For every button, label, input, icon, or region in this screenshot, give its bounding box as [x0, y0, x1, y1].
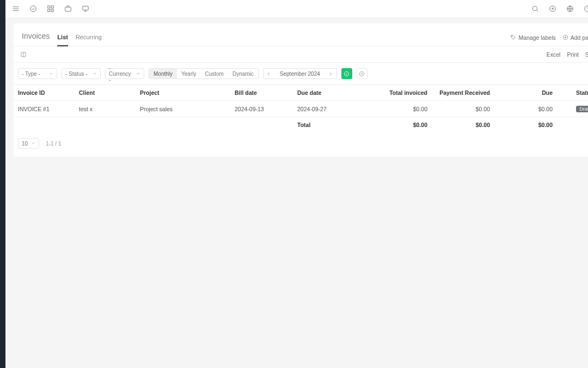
sub-toolbar: Excel Print S: [14, 46, 588, 63]
card-header-right: Manage labels Add pa: [509, 32, 588, 43]
briefcase-icon[interactable]: [64, 5, 72, 13]
globe-icon[interactable]: [566, 5, 574, 13]
col-project[interactable]: Project: [136, 85, 230, 101]
status-select[interactable]: - Status -: [62, 68, 101, 79]
check-circle-icon[interactable]: [29, 5, 37, 13]
sub-toolbar-right: Excel Print S: [547, 51, 588, 58]
page-size-label: 10: [22, 141, 28, 147]
chevron-down-icon: [136, 71, 140, 77]
svg-rect-7: [51, 9, 53, 11]
period-monthly[interactable]: Monthly: [149, 69, 177, 79]
sidebar: [0, 0, 5, 368]
refresh-button[interactable]: [341, 68, 352, 79]
svg-point-26: [345, 71, 349, 76]
period-segment: Monthly Yearly Custom Dynamic: [149, 68, 259, 79]
page-size-select[interactable]: 10: [18, 138, 39, 149]
filters-row: - Type - - Status - - Currency - Monthly…: [14, 63, 588, 85]
cell-total-invoiced: $0.00: [358, 101, 432, 117]
menu-icon[interactable]: [12, 5, 20, 13]
chevron-down-icon: [49, 71, 53, 77]
table-header-row: Invoice ID Client Project Bill date Due …: [14, 85, 588, 101]
check-circle-white-icon: [344, 71, 350, 77]
cell-due: $0.00: [494, 101, 557, 117]
col-due[interactable]: Due: [494, 85, 557, 101]
sub-toolbar-left: [20, 51, 27, 58]
search-icon[interactable]: [531, 5, 539, 13]
col-bill-date[interactable]: Bill date: [230, 85, 293, 101]
chevron-left-icon: [266, 71, 271, 76]
type-select-label: - Type -: [22, 71, 40, 77]
svg-rect-4: [48, 6, 50, 8]
content: Invoices List Recurring Manage labels: [5, 18, 588, 368]
col-invoice-id[interactable]: Invoice ID: [14, 85, 75, 101]
col-due-date[interactable]: Due date: [293, 85, 358, 101]
add-payment-button[interactable]: Add pa: [561, 32, 588, 43]
col-client[interactable]: Client: [75, 85, 136, 101]
col-status[interactable]: Status: [557, 85, 588, 101]
col-total-invoiced[interactable]: Total invoiced: [358, 85, 432, 101]
print-button[interactable]: Print: [567, 51, 579, 58]
invoices-card: Invoices List Recurring Manage labels: [14, 23, 588, 156]
svg-rect-8: [65, 7, 71, 11]
cell-client: test x: [75, 101, 136, 117]
total-total-invoiced: $0.00: [358, 117, 432, 133]
manage-labels-button[interactable]: Manage labels: [509, 32, 556, 43]
tab-list[interactable]: List: [57, 34, 68, 46]
total-due: $0.00: [494, 117, 557, 133]
grid-icon[interactable]: [47, 5, 54, 13]
type-select[interactable]: - Type -: [18, 68, 57, 79]
prev-month-button[interactable]: [264, 69, 274, 79]
x-circle-icon: [359, 71, 365, 77]
col-payment-received[interactable]: Payment Received: [432, 85, 494, 101]
table-row[interactable]: INVOICE #1 test x Project sales 2024-09-…: [14, 101, 588, 117]
topbar-right: [531, 5, 588, 13]
cell-project: Project sales: [136, 101, 230, 117]
card-header-left: Invoices List Recurring: [14, 29, 102, 46]
main-area: Invoices List Recurring Manage labels: [5, 0, 588, 368]
pager-range: 1-1 / 1: [46, 141, 61, 147]
period-custom[interactable]: Custom: [200, 69, 228, 79]
cell-status: Draft: [557, 101, 588, 117]
export-excel-button[interactable]: Excel: [547, 51, 561, 58]
tab-recurring[interactable]: Recurring: [76, 34, 102, 46]
topbar: [5, 0, 588, 18]
extra-export-button[interactable]: S: [585, 51, 588, 58]
month-navigator: September 2024: [263, 68, 337, 79]
manage-labels-label: Manage labels: [518, 34, 555, 41]
page-title: Invoices: [22, 32, 50, 46]
svg-point-20: [512, 36, 512, 37]
cell-bill-date: 2024-09-13: [230, 101, 293, 117]
svg-point-3: [30, 6, 36, 12]
total-label: Total: [293, 117, 358, 133]
plus-circle-icon[interactable]: [549, 5, 556, 13]
pager: 10 1-1 / 1: [14, 132, 588, 156]
tabs: List Recurring: [57, 29, 101, 46]
clear-filter-button[interactable]: [357, 68, 367, 79]
invoices-table: Invoice ID Client Project Bill date Due …: [14, 85, 588, 132]
tag-icon: [510, 34, 516, 40]
period-dynamic[interactable]: Dynamic: [228, 69, 258, 79]
currency-select[interactable]: - Currency -: [105, 68, 144, 79]
chevron-down-icon: [31, 141, 35, 147]
svg-rect-9: [83, 6, 89, 10]
plus-circle-small-icon: [562, 34, 568, 40]
clock-icon[interactable]: [584, 5, 588, 13]
svg-point-12: [532, 6, 537, 10]
monitor-icon[interactable]: [82, 5, 89, 13]
status-badge: Draft: [576, 106, 588, 112]
period-yearly[interactable]: Yearly: [177, 69, 200, 79]
next-month-button[interactable]: [326, 69, 336, 79]
month-label: September 2024: [274, 71, 326, 77]
svg-rect-6: [48, 9, 50, 11]
status-select-label: - Status -: [65, 71, 88, 77]
svg-rect-5: [51, 6, 53, 8]
total-payment-received: $0.00: [432, 117, 494, 133]
columns-icon[interactable]: [20, 51, 27, 58]
chevron-down-icon: [93, 71, 97, 77]
cell-payment-received: $0.00: [432, 101, 494, 117]
app-root: Invoices List Recurring Manage labels: [0, 0, 588, 368]
card-header: Invoices List Recurring Manage labels: [14, 23, 588, 46]
add-payment-label: Add pa: [571, 34, 588, 41]
chevron-right-icon: [328, 71, 333, 76]
currency-select-label: - Currency -: [109, 65, 133, 83]
